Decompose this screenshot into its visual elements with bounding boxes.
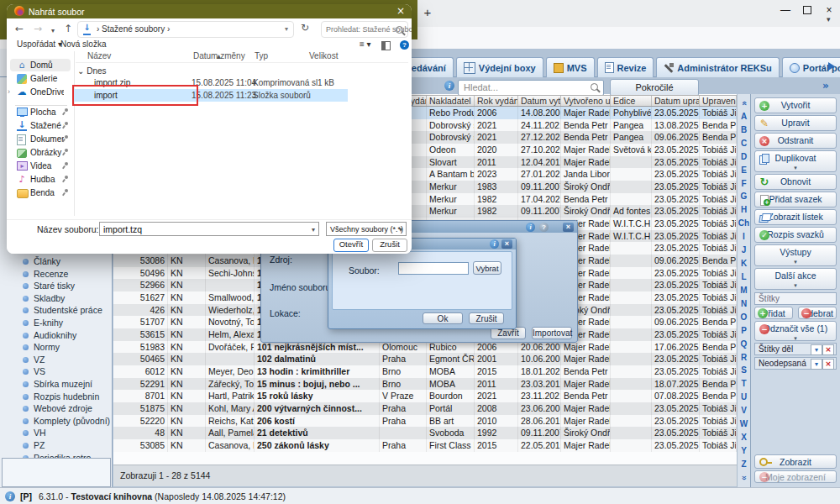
alphabet-letter[interactable]: W — [740, 420, 748, 428]
sidebar-item[interactable]: Rozpis hudebnin — [0, 391, 112, 402]
table-header-cell[interactable]: Upraveno u... — [700, 96, 737, 106]
column-name[interactable]: Název — [87, 51, 111, 60]
alphabet-letter[interactable]: Z — [741, 460, 746, 469]
table-row[interactable]: 6012KNMeyer, Deon...13 hodin : krimithri… — [113, 365, 737, 378]
dropdown-chevron-icon[interactable]: ▾ — [755, 336, 836, 341]
panel-button[interactable]: ✓Rozpis svazků — [754, 227, 837, 243]
sidebar-item[interactable]: Články — [0, 255, 112, 267]
sidebar-item[interactable]: Studentské práce — [0, 304, 112, 316]
alphabet-letter[interactable]: F — [741, 180, 746, 188]
table-row[interactable]: 8701KNHartl, Patrik,...15 roků láskyV Pr… — [113, 390, 737, 402]
import-button[interactable]: Importovat — [532, 327, 572, 339]
app-tab[interactable]: Administrátor REKSu — [656, 57, 779, 77]
sidebar-item[interactable]: Webové zdroje — [0, 402, 112, 414]
show-hierarchy-button[interactable]: Zobrazit hierarchicky — [754, 454, 837, 469]
clear-filter-icon[interactable]: × — [822, 359, 834, 370]
table-row[interactable]: 53085KNCasanova, P...250 zákonů láskyPra… — [113, 439, 737, 452]
sidebar-item[interactable]: VS — [0, 365, 112, 377]
file-sidebar-item[interactable]: Benda — [10, 186, 71, 199]
alphabet-letter[interactable]: Y — [741, 447, 747, 455]
window-minimize-button[interactable]: — — [776, 3, 795, 17]
dialog-info-icon[interactable]: i — [526, 223, 535, 232]
new-tab-button[interactable]: + — [420, 5, 435, 20]
address-bar[interactable]: ↓ › Stažené soubory › ▾ — [77, 21, 294, 38]
filter-combo[interactable]: Štítky děl▾× — [754, 343, 837, 355]
panel-button[interactable]: Zobrazit lístek — [754, 209, 837, 225]
ok-button[interactable]: Ok — [423, 312, 463, 324]
file-sidebar-item[interactable]: Galerie — [10, 72, 71, 85]
more-chevron-icon[interactable]: » — [822, 80, 829, 92]
cancel-button[interactable]: Zrušit — [372, 239, 407, 252]
alphabet-letter[interactable]: N — [741, 300, 747, 308]
tag-add-button[interactable]: +Přidat — [754, 307, 793, 319]
up-icon[interactable]: ↑ — [64, 23, 72, 34]
alphabet-letter[interactable]: B — [741, 126, 747, 134]
file-dialog-close-icon[interactable]: × — [396, 6, 405, 17]
panel-button[interactable]: ✎Upravit — [754, 115, 837, 131]
app-tab[interactable]: Revize — [597, 57, 654, 77]
advanced-search-button[interactable]: Pokročilé vyhledávání — [610, 79, 699, 97]
panel-button[interactable]: Další akce▾ — [754, 268, 837, 290]
file-sidebar-item[interactable]: Obrázky — [10, 146, 71, 159]
file-sidebar-item[interactable]: ›☁OneDrive — [10, 86, 71, 98]
alphabet-letter[interactable]: O — [741, 313, 748, 322]
alphabet-letter[interactable]: C — [741, 139, 747, 148]
table-row[interactable]: 51875KNKohl, Mary A...200 výtvarných čin… — [113, 402, 737, 415]
sidebar-item[interactable]: PZ — [0, 439, 112, 451]
dialog-help-icon[interactable]: ? — [539, 223, 549, 232]
column-type[interactable]: Typ — [255, 51, 268, 60]
dialog-close-icon[interactable]: × — [563, 223, 574, 232]
table-header-cell[interactable]: Edice — [611, 96, 652, 106]
alphabet-letter[interactable]: V — [741, 407, 747, 415]
filetype-combo[interactable]: Všechny soubory (*.*) ▾ — [326, 222, 407, 236]
search-icon[interactable] — [591, 83, 598, 91]
file-dialog-titlebar[interactable]: Nahrát soubor × — [7, 4, 412, 18]
app-tab[interactable]: Výdejní boxy — [456, 57, 543, 77]
address-chevron-icon[interactable]: ▾ — [285, 25, 288, 33]
filename-chevron-icon[interactable]: ▾ — [312, 226, 315, 234]
alphabet-letter[interactable]: K — [741, 260, 747, 268]
window-restore-button[interactable] — [798, 3, 816, 17]
panel-button[interactable]: ×Odstranit — [754, 133, 837, 149]
app-tab[interactable]: MVS — [546, 57, 595, 77]
table-row[interactable]: 52291KNZářecký, To...15 minus : bojuj, n… — [113, 378, 737, 391]
sidebar-item[interactable]: Audioknihy — [0, 329, 112, 341]
alphabet-letter[interactable]: Ch — [738, 219, 749, 228]
table-header-cell[interactable]: Datum upra... — [652, 96, 700, 106]
alphabet-letter[interactable]: L — [741, 273, 746, 281]
panel-button[interactable]: ↻Obnovit — [754, 174, 837, 190]
table-row[interactable]: 50465KN102 dalmatinůPrahaEgmont ČR200110… — [113, 353, 737, 365]
clear-filter-icon[interactable]: × — [822, 344, 834, 355]
file-sidebar-item[interactable]: Plocha — [10, 106, 71, 118]
back-icon[interactable]: ← — [15, 23, 24, 34]
table-header-cell[interactable]: Nakladatel — [427, 96, 475, 106]
deselect-all-button[interactable]: −Odznačit vše (1)▾ — [754, 321, 837, 341]
table-header-cell[interactable]: Datum vytv... — [518, 96, 561, 106]
organize-menu[interactable]: Uspořádat ▾ — [17, 39, 62, 49]
sidebar-item[interactable]: VZ — [0, 354, 112, 365]
sidebar-item[interactable]: VH — [0, 427, 112, 438]
filetype-chevron-icon[interactable]: ▾ — [399, 226, 402, 234]
file-search-box[interactable]: Prohledat: Stažené soubory — [321, 21, 408, 38]
panel-button[interactable]: Výstupy▾ — [754, 244, 837, 266]
view-options-icon[interactable]: ≡ ▾ — [360, 39, 371, 49]
alphabet-letter[interactable]: E — [741, 166, 747, 175]
alphabet-letter[interactable]: J — [742, 246, 747, 255]
new-folder-button[interactable]: Nová složka — [60, 39, 106, 49]
column-size[interactable]: Velikost — [309, 51, 338, 60]
table-row[interactable]: 52220KNReichs, Kath...206 kostíPrahaBB a… — [113, 415, 737, 428]
alphabet-letter[interactable]: U — [741, 393, 747, 402]
file-sidebar-item[interactable]: ↓Stažené sou — [10, 119, 71, 132]
choose-file-button[interactable]: Vybrat — [473, 261, 501, 275]
chevron-down-icon[interactable]: ▾ — [811, 359, 822, 370]
panel-button[interactable]: Přidat svazek — [754, 192, 837, 207]
column-date[interactable]: Datum změny — [193, 51, 245, 60]
dropdown-chevron-icon[interactable]: ▾ — [755, 260, 836, 265]
file-path-input[interactable] — [398, 262, 469, 275]
forward-icon[interactable]: → — [34, 23, 42, 34]
address-path[interactable]: › Stažené soubory › — [97, 24, 170, 34]
alphabet-letter[interactable]: I — [743, 233, 745, 241]
tab-scroll-arrow-icon[interactable] — [828, 62, 835, 71]
table-header-cell[interactable]: Vytvořeno u... — [561, 96, 611, 106]
recent-chevron-icon[interactable]: ▾ — [51, 25, 55, 37]
